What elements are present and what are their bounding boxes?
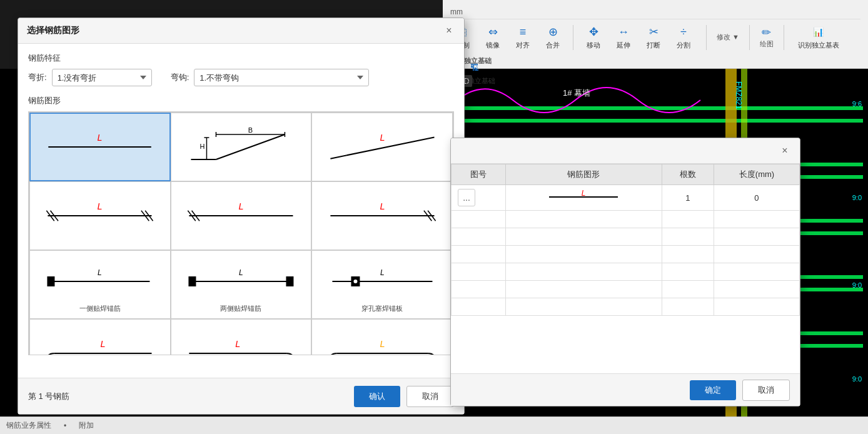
empty-cell-19 [662, 281, 714, 298]
shape-cell-1[interactable]: L [29, 113, 171, 181]
merge-icon: ⊕ [545, 24, 560, 39]
align-icon: ≡ [515, 24, 530, 39]
svg-rect-33 [188, 276, 196, 286]
toolbar-align-btn[interactable]: ≡ 对齐 [510, 22, 535, 53]
col-length: 长度(mm) [714, 164, 799, 185]
shape-cell-8[interactable]: L 两侧贴焊锚筋 [171, 250, 312, 319]
sub-confirm-button[interactable]: 确定 [690, 380, 736, 400]
svg-text:L: L [380, 268, 385, 277]
toolbar-divider [573, 25, 573, 50]
shape-section-label: 钢筋图形 [28, 95, 454, 106]
shape-svg-10: L [41, 331, 158, 355]
col-rebar-image: 钢筋图形 [505, 164, 662, 185]
mirror-icon: ⇔ [485, 24, 500, 39]
extend-label: 延伸 [617, 41, 630, 50]
split-icon: ÷ [676, 24, 691, 39]
toolbar-mirror-btn[interactable]: ⇔ 镜像 [480, 22, 505, 53]
empty-cell-6 [505, 228, 662, 246]
table-row-empty-2 [452, 228, 800, 246]
hook-select[interactable]: 1.不带弯钩 [194, 69, 369, 86]
table-header: 图号 钢筋图形 根数 长度(mm) [452, 164, 800, 185]
toolbar-divider-4 [784, 25, 784, 50]
shape-cell-10[interactable]: L [29, 319, 171, 355]
sub-dialog: × 图号 钢筋图形 根数 长度(mm) ... [450, 138, 800, 406]
shape-svg-3: L [324, 125, 441, 169]
split-label: 分割 [677, 41, 690, 50]
empty-cell-18 [505, 281, 662, 298]
shape-svg-7: L [41, 263, 158, 306]
table-row-empty-6 [452, 298, 800, 316]
mirror-label: 镜像 [486, 41, 500, 50]
shape-cell-2[interactable]: B H [171, 113, 312, 181]
toolbar-split-btn[interactable]: ÷ 分割 [671, 22, 696, 53]
cad-num-1: 9:6 [852, 100, 862, 108]
svg-text:L: L [235, 339, 240, 349]
shape-cell-7-label: 一侧贴焊锚筋 [79, 304, 121, 313]
table-row-empty-4 [452, 263, 800, 281]
status-item-2: 附加 [79, 420, 94, 431]
empty-cell-8 [714, 228, 799, 246]
toolbar-extend-btn[interactable]: ↔ 延伸 [611, 22, 636, 53]
status-bar: 钢筋业务属性 • 附加 [0, 416, 868, 434]
sub-dialog-footer: 确定 取消 [451, 373, 800, 406]
sub-cancel-button[interactable]: 取消 [742, 380, 790, 401]
empty-cell-4 [714, 211, 799, 228]
sub-dialog-close-btn[interactable]: × [779, 144, 791, 157]
shape-cell-7[interactable]: L 一侧贴焊锚筋 [29, 250, 171, 319]
identify-table-label: 识别独立基表 [798, 41, 839, 50]
shape-cell-9-label: 穿孔塞焊锚板 [361, 304, 403, 313]
unit-label: mm [450, 8, 463, 16]
footer-buttons: 确认 取消 [354, 386, 454, 407]
shape-svg-5: L [183, 194, 300, 238]
cad-num-2: 9:0 [852, 194, 862, 201]
cancel-button[interactable]: 取消 [406, 386, 454, 407]
table-row-empty-1 [452, 211, 800, 228]
main-dialog-close-btn[interactable]: × [443, 24, 455, 37]
cell-length: 0 [714, 185, 799, 211]
confirm-button[interactable]: 确认 [354, 386, 400, 407]
empty-cell-2 [505, 211, 662, 228]
shape-cell-3[interactable]: L [311, 113, 453, 181]
shape-cell-8-label: 两侧贴焊锚筋 [220, 304, 261, 313]
bend-select[interactable]: 1.没有弯折 [52, 69, 152, 86]
svg-text:L: L [238, 201, 243, 211]
shape-cell-11[interactable]: L [171, 319, 312, 355]
empty-cell-11 [662, 246, 714, 263]
svg-rect-30 [48, 276, 55, 286]
toolbar-move-btn[interactable]: ✥ 移动 [581, 22, 606, 53]
toolbar-identify-table-btn[interactable]: 📊 识别独立基表 [794, 22, 843, 53]
toolbar-break-btn[interactable]: ✂ 打断 [641, 22, 666, 53]
shape-cell-6[interactable]: L [311, 181, 453, 250]
shape-grid: L B H [29, 112, 453, 355]
bend-feature-item: 弯折: 1.没有弯折 [28, 69, 152, 86]
rebar-table: 图号 钢筋图形 根数 长度(mm) ... L [451, 164, 800, 316]
break-label: 打断 [647, 41, 660, 50]
hook-label: 弯钩: [171, 72, 189, 83]
toolbar-divider-2 [706, 25, 707, 50]
table-header-row: 图号 钢筋图形 根数 长度(mm) [452, 164, 800, 185]
col-shape-id: 图号 [452, 164, 506, 185]
svg-text:L: L [582, 189, 586, 198]
shape-grid-container[interactable]: L B H [28, 111, 454, 355]
draw-icon: ✏ [762, 26, 771, 39]
empty-cell-16 [714, 263, 799, 281]
shape-cell-5[interactable]: L [171, 181, 312, 250]
shape-cell-9[interactable]: L 穿孔塞焊锚板 [311, 250, 453, 319]
table-row-empty-5 [452, 281, 800, 298]
shape-cell-4[interactable]: L [29, 181, 171, 250]
merge-label: 合并 [546, 41, 560, 50]
toolbar-merge-btn[interactable]: ⊕ 合并 [540, 22, 565, 53]
table-row-empty-3 [452, 246, 800, 263]
ellipsis-btn[interactable]: ... [458, 189, 475, 206]
empty-cell-12 [714, 246, 799, 263]
empty-cell-24 [714, 298, 799, 316]
main-dialog-footer: 第 1 号钢筋 确认 取消 [18, 378, 464, 414]
empty-cell-5 [452, 228, 506, 246]
status-divider: • [64, 421, 66, 430]
empty-cell-15 [662, 263, 714, 281]
svg-text:L: L [98, 201, 103, 211]
shape-cell-12[interactable]: L [311, 319, 453, 355]
bend-label: 弯折: [28, 72, 47, 83]
hook-feature-item: 弯钩: 1.不带弯钩 [171, 69, 454, 86]
sub-dialog-titlebar: × [451, 138, 800, 164]
